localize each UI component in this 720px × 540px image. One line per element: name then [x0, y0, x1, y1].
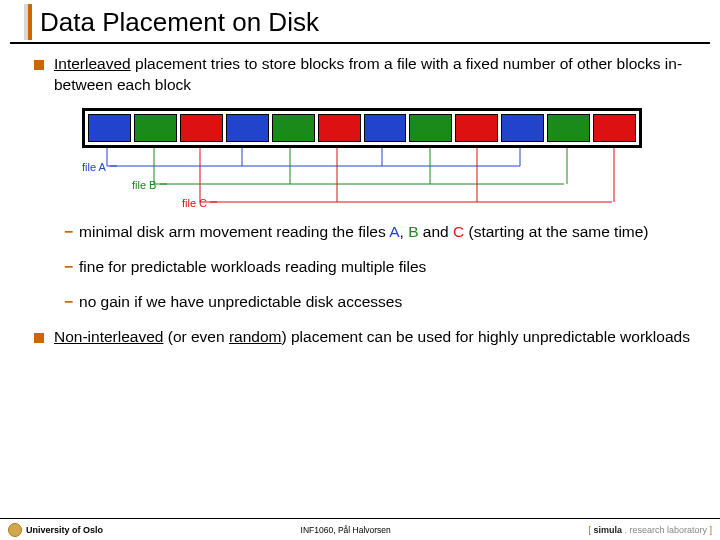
bullet-2-underline-1: Non-interleaved	[54, 328, 163, 345]
block-c	[455, 114, 498, 142]
block-b	[547, 114, 590, 142]
subbullet-2: − fine for predictable workloads reading…	[64, 257, 692, 278]
footer: University of Oslo INF1060, Pål Halvorse…	[0, 518, 720, 540]
footer-left: University of Oslo	[8, 523, 103, 537]
dash-icon: −	[64, 222, 73, 243]
dash-icon: −	[64, 292, 73, 313]
block-b	[134, 114, 177, 142]
label-file-c: file C	[182, 196, 207, 211]
block-c	[318, 114, 361, 142]
bullet-square-icon	[34, 60, 44, 70]
block-c	[593, 114, 636, 142]
title-accent	[24, 4, 32, 40]
subbullet-1: − minimal disk arm movement reading the …	[64, 222, 692, 243]
bullet-1-underline: Interleaved	[54, 55, 131, 72]
interleave-diagram: file A file B file C	[82, 108, 642, 218]
subbullet-3: − no gain if we have unpredictable disk …	[64, 292, 692, 313]
block-b	[409, 114, 452, 142]
title-bar-wrap: Data Placement on Disk	[10, 0, 710, 44]
slide-body: Interleaved placement tries to store blo…	[0, 54, 720, 348]
block-a	[88, 114, 131, 142]
subbullet-3-text: no gain if we have unpredictable disk ac…	[79, 292, 402, 313]
dash-icon: −	[64, 257, 73, 278]
page-title: Data Placement on Disk	[40, 7, 319, 38]
subbullet-2-text: fine for predictable workloads reading m…	[79, 257, 426, 278]
bullet-2: Non-interleaved (or even random) placeme…	[34, 327, 692, 348]
block-track	[82, 108, 642, 148]
uio-seal-icon	[8, 523, 22, 537]
bullet-1-text: Interleaved placement tries to store blo…	[54, 54, 692, 96]
block-a	[501, 114, 544, 142]
subbullet-1-text: minimal disk arm movement reading the fi…	[79, 222, 648, 243]
bullet-2-text: Non-interleaved (or even random) placeme…	[54, 327, 690, 348]
footer-right: [ simula . research laboratory ]	[588, 525, 712, 535]
bullet-square-icon	[34, 333, 44, 343]
label-file-a: file A	[82, 160, 106, 175]
block-a	[364, 114, 407, 142]
block-a	[226, 114, 269, 142]
bullet-1: Interleaved placement tries to store blo…	[34, 54, 692, 96]
footer-center: INF1060, Pål Halvorsen	[301, 525, 391, 535]
block-b	[272, 114, 315, 142]
block-c	[180, 114, 223, 142]
bullet-2-underline-2: random	[229, 328, 282, 345]
label-file-b: file B	[132, 178, 156, 193]
uio-text: University of Oslo	[26, 525, 103, 535]
